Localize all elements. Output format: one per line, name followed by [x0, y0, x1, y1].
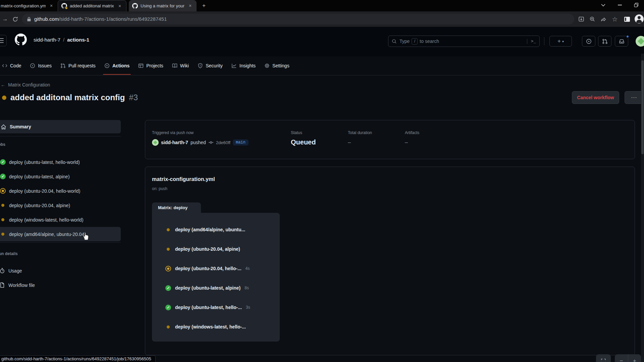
- play-circle-icon: [104, 63, 110, 68]
- job-status-icon: [165, 227, 171, 233]
- tab-security[interactable]: Security: [194, 58, 226, 73]
- tab-code[interactable]: Code: [0, 58, 24, 73]
- sidebar-job-item[interactable]: deploy (ubuntu-20.04, hello-world): [0, 184, 121, 198]
- search-placeholder: Type / to search: [399, 38, 524, 45]
- hamburger-menu-icon[interactable]: [0, 35, 7, 46]
- fit-view-button[interactable]: [596, 354, 611, 362]
- status-label: Status: [291, 130, 316, 135]
- job-label: deploy (ubuntu-20.04, alpine): [175, 246, 240, 252]
- scrollbar-thumb[interactable]: [641, 60, 644, 154]
- tab-pull-requests[interactable]: Pull requests: [57, 58, 99, 73]
- commit-sha-link[interactable]: 2de60ff: [216, 140, 230, 145]
- sidebar-item-workflow-file[interactable]: Workflow file: [0, 278, 121, 292]
- zoom-in-button[interactable]: +: [628, 354, 641, 362]
- gear-icon: [264, 63, 270, 68]
- sidebar-item-usage[interactable]: Usage: [0, 263, 121, 278]
- tab-issues[interactable]: Issues: [26, 58, 55, 73]
- zoom-in-icon[interactable]: [588, 15, 597, 23]
- job-label: deploy (ubuntu-latest, alpine): [175, 285, 240, 291]
- side-panel-icon[interactable]: [623, 15, 631, 23]
- sidebar-job-item[interactable]: deploy (ubuntu-20.04, alpine): [0, 198, 121, 213]
- pull-request-icon: [602, 39, 608, 44]
- browser-tab-1[interactable]: matrix-configuration.yml - actio ×: [0, 0, 58, 11]
- page-scrollbar[interactable]: [641, 54, 644, 362]
- sidebar-item-summary[interactable]: Summary: [0, 120, 121, 133]
- workflow-graph-card: matrix-configuration.yml on: push Matrix…: [145, 167, 635, 355]
- job-label: deploy (amd64/alpine, ubuntu-20.04): [9, 232, 86, 237]
- job-label: deploy (windows-latest, hello-world): [9, 217, 84, 223]
- job-status-icon: [0, 217, 6, 223]
- tab-search-chevron-icon[interactable]: [596, 0, 610, 10]
- workflow-name-link[interactable]: Matrix Configuration: [8, 82, 50, 87]
- tab-settings[interactable]: Settings: [261, 58, 293, 73]
- new-tab-button[interactable]: +: [200, 2, 208, 10]
- repo-link[interactable]: actions-1: [67, 37, 89, 43]
- actor-name[interactable]: sidd-harth-7: [161, 140, 188, 145]
- matrix-jobs-group: deploy (amd64/alpine, ubuntu... deploy (…: [152, 213, 280, 342]
- tab-close-icon[interactable]: ×: [48, 3, 54, 9]
- cancel-workflow-button[interactable]: Cancel workflow: [572, 91, 619, 104]
- job-label: deploy (ubuntu-latest, hello-...: [175, 305, 242, 310]
- graph-job-item[interactable]: deploy (ubuntu-latest, alpine) 8s: [165, 281, 272, 295]
- browser-tab-3[interactable]: Using a matrix for your jobs - G ×: [129, 0, 197, 11]
- tab-title: Using a matrix for your jobs - G: [141, 3, 184, 8]
- bookmark-star-icon[interactable]: ☆: [610, 15, 619, 23]
- tab-insights[interactable]: Insights: [228, 58, 259, 73]
- shield-icon: [198, 63, 203, 68]
- sidebar-job-item[interactable]: deploy (ubuntu-latest, alpine): [0, 169, 121, 184]
- duration-label: Total duration: [348, 130, 372, 135]
- job-duration: 4s: [246, 266, 250, 271]
- graph-job-item[interactable]: deploy (windows-latest, hello-...: [165, 320, 272, 334]
- status-value: Queued: [291, 138, 316, 146]
- tab-close-icon[interactable]: ×: [187, 3, 193, 9]
- sidebar-job-item[interactable]: deploy (amd64/alpine, ubuntu-20.04): [0, 227, 121, 241]
- pull-requests-header-button[interactable]: [598, 36, 611, 47]
- graph-job-item[interactable]: deploy (ubuntu-latest, hello-... 3s: [165, 301, 272, 314]
- graph-job-item[interactable]: deploy (ubuntu-20.04, alpine): [165, 242, 272, 256]
- share-icon[interactable]: [599, 15, 608, 23]
- pull-request-icon: [60, 63, 66, 68]
- job-status-icon: [0, 202, 6, 208]
- job-status-icon: [0, 174, 6, 179]
- browser-tab-2-active[interactable]: added additonal matrix config - ×: [58, 0, 126, 11]
- job-label: deploy (ubuntu-20.04, hello-...: [175, 266, 241, 271]
- run-sidebar: Summary Jobs deploy (ubuntu-latest, hell…: [0, 120, 123, 355]
- zoom-out-button[interactable]: −: [615, 354, 628, 362]
- tab-projects[interactable]: Projects: [135, 58, 167, 73]
- actor-avatar[interactable]: [152, 139, 159, 146]
- issues-header-button[interactable]: [582, 36, 595, 47]
- install-icon[interactable]: [577, 15, 586, 23]
- user-avatar[interactable]: [636, 36, 644, 47]
- job-label: deploy (amd64/alpine, ubuntu...: [175, 227, 245, 232]
- run-number: #3: [129, 93, 138, 102]
- reload-icon[interactable]: [11, 15, 19, 23]
- graph-job-item[interactable]: deploy (ubuntu-20.04, hello-... 4s: [165, 262, 272, 275]
- sidebar-job-item[interactable]: deploy (ubuntu-latest, hello-world): [0, 155, 121, 169]
- tab-wiki[interactable]: Wiki: [169, 58, 192, 73]
- back-arrow-icon[interactable]: ←: [1, 82, 5, 87]
- tab-actions[interactable]: Actions: [101, 58, 133, 73]
- command-palette-icon[interactable]: >_: [527, 39, 536, 44]
- browser-profile-avatar[interactable]: [635, 14, 644, 23]
- tab-title: matrix-configuration.yml - actio: [1, 3, 46, 8]
- job-status-icon: [165, 246, 171, 252]
- inbox-button[interactable]: [615, 36, 628, 47]
- owner-link[interactable]: sidd-harth-7: [34, 37, 60, 43]
- create-new-button[interactable]: + ▾: [549, 36, 572, 47]
- issue-opened-icon: [30, 63, 35, 68]
- github-logo-icon[interactable]: [15, 34, 27, 46]
- sidebar-jobs-list: deploy (ubuntu-latest, hello-world) depl…: [0, 155, 121, 241]
- search-input[interactable]: Type / to search >_: [388, 36, 540, 47]
- run-details-list: Usage Workflow file: [0, 263, 121, 292]
- plus-icon: +: [557, 38, 561, 45]
- tab-close-icon[interactable]: ×: [117, 3, 123, 9]
- address-bar[interactable]: github.com/sidd-harth-7/actions-1/action…: [22, 14, 574, 24]
- workflow-breadcrumb[interactable]: ← Matrix Configuration: [1, 82, 50, 87]
- branch-badge[interactable]: main: [233, 139, 249, 145]
- window-restore-button[interactable]: [630, 0, 643, 10]
- forward-icon[interactable]: →: [1, 15, 9, 23]
- sidebar-job-item[interactable]: deploy (windows-latest, hello-world): [0, 213, 121, 227]
- window-minimize-button[interactable]: [613, 0, 627, 10]
- graph-job-item[interactable]: deploy (amd64/alpine, ubuntu...: [165, 223, 272, 236]
- matrix-group-tab[interactable]: Matrix: deploy: [152, 202, 201, 213]
